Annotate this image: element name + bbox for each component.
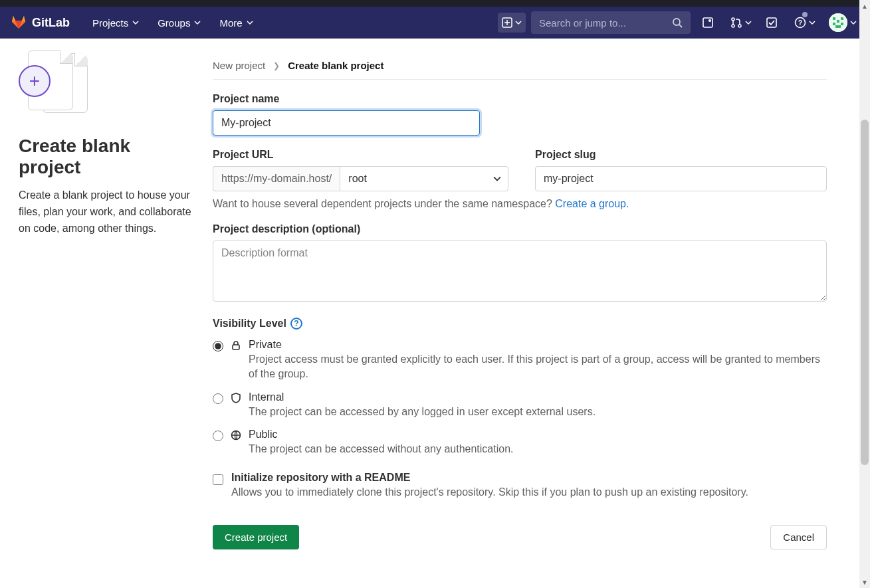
- visibility-internal-title: Internal: [249, 391, 827, 403]
- initialize-readme-desc: Allows you to immediately clone this pro…: [231, 486, 748, 498]
- help-menu[interactable]: ?: [789, 11, 818, 35]
- user-menu[interactable]: [823, 11, 859, 35]
- shield-icon: [230, 393, 242, 403]
- svg-rect-15: [841, 23, 843, 25]
- vertical-scrollbar[interactable]: ▲ ▼: [859, 0, 870, 576]
- globe-icon: [230, 430, 242, 441]
- svg-point-5: [732, 25, 734, 27]
- project-illustration: +: [19, 50, 88, 117]
- brand[interactable]: GitLab: [11, 13, 70, 32]
- svg-rect-14: [833, 23, 835, 25]
- project-name-input[interactable]: [213, 110, 480, 136]
- breadcrumb-current: Create blank project: [288, 60, 383, 71]
- svg-rect-12: [841, 17, 843, 20]
- chevron-down-icon: [247, 19, 253, 26]
- search-input[interactable]: [539, 17, 672, 29]
- svg-rect-7: [767, 18, 776, 27]
- nav-more-label: More: [219, 17, 242, 29]
- identicon-icon: [829, 13, 847, 32]
- chevron-down-icon: [493, 175, 501, 183]
- svg-rect-11: [833, 17, 835, 20]
- visibility-private-desc: Project access must be granted explicitl…: [249, 352, 827, 382]
- visibility-public-title: Public: [249, 429, 827, 441]
- svg-rect-2: [703, 18, 712, 27]
- svg-point-3: [708, 19, 711, 22]
- chevron-down-icon: [745, 19, 752, 26]
- project-url-prefix: https://my-domain.host/: [213, 166, 340, 191]
- scroll-up-arrow-icon[interactable]: ▲: [859, 0, 870, 12]
- chevron-down-icon: [194, 19, 201, 26]
- svg-point-1: [673, 19, 680, 25]
- todos-shortcut[interactable]: [760, 11, 784, 35]
- search-icon: [672, 17, 683, 28]
- project-url-label: Project URL: [213, 149, 508, 161]
- description-input[interactable]: [213, 241, 827, 302]
- namespace-select[interactable]: root: [340, 166, 508, 191]
- chevron-right-icon: ❯: [273, 61, 280, 70]
- project-name-label: Project name: [213, 93, 827, 105]
- visibility-public-desc: The project can be accessed without any …: [249, 442, 827, 456]
- visibility-option-internal[interactable]: Internal The project can be accessed by …: [213, 391, 827, 419]
- nav-projects-label: Projects: [92, 17, 128, 29]
- question-circle-icon: ?: [794, 17, 806, 29]
- nav-groups[interactable]: Groups: [151, 13, 207, 33]
- visibility-radio-private[interactable]: [213, 341, 223, 351]
- breadcrumb: New project ❯ Create blank project: [213, 50, 827, 80]
- merge-request-icon: [730, 17, 742, 29]
- visibility-label: Visibility Level: [213, 318, 286, 330]
- nav-groups-label: Groups: [158, 17, 190, 29]
- issues-icon: [702, 17, 714, 29]
- visibility-radio-internal[interactable]: [213, 393, 223, 404]
- visibility-help-icon[interactable]: ?: [290, 318, 302, 330]
- visibility-radio-public[interactable]: [213, 431, 223, 441]
- brand-name: GitLab: [32, 16, 70, 30]
- initialize-readme-checkbox[interactable]: [213, 474, 223, 485]
- project-slug-label: Project slug: [535, 149, 827, 161]
- namespace-selected-value: root: [348, 173, 367, 184]
- project-slug-input[interactable]: [535, 166, 827, 191]
- nav-more[interactable]: More: [213, 13, 259, 33]
- visibility-option-private[interactable]: Private Project access must be granted e…: [213, 339, 827, 382]
- svg-point-4: [732, 18, 734, 21]
- initialize-readme-option[interactable]: Initialize repository with a README Allo…: [213, 472, 827, 498]
- svg-rect-16: [835, 25, 841, 28]
- page-title: Create blank project: [19, 136, 197, 178]
- todo-icon: [766, 17, 778, 29]
- browser-top-strip: [0, 0, 870, 7]
- create-project-button[interactable]: Create project: [213, 525, 299, 549]
- page-description: Create a blank project to house your fil…: [19, 187, 197, 237]
- chevron-down-icon: [515, 19, 522, 26]
- notification-dot-icon: [802, 12, 808, 17]
- user-avatar: [829, 13, 847, 32]
- issues-shortcut[interactable]: [696, 11, 720, 35]
- svg-point-6: [738, 25, 741, 27]
- namespace-hint: Want to house several dependent projects…: [213, 198, 827, 210]
- chevron-down-icon: [809, 19, 816, 26]
- merge-requests-shortcut[interactable]: [725, 11, 754, 35]
- lock-icon: [230, 340, 242, 351]
- svg-rect-13: [837, 20, 839, 23]
- visibility-private-title: Private: [249, 339, 827, 351]
- plus-circle-icon: +: [19, 65, 51, 97]
- cancel-button[interactable]: Cancel: [770, 525, 827, 549]
- top-navbar: GitLab Projects Groups More ?: [0, 7, 870, 39]
- gitlab-logo-icon: [11, 13, 27, 32]
- plus-square-icon: [502, 17, 512, 28]
- chevron-down-icon: [132, 19, 139, 26]
- description-label: Project description (optional): [213, 223, 827, 235]
- breadcrumb-parent[interactable]: New project: [213, 60, 265, 71]
- visibility-option-public[interactable]: Public The project can be accessed witho…: [213, 429, 827, 456]
- namespace-hint-text: Want to house several dependent projects…: [213, 198, 555, 209]
- create-group-link[interactable]: Create a group.: [555, 198, 629, 209]
- initialize-readme-title: Initialize repository with a README: [231, 472, 748, 484]
- chevron-down-icon: [850, 19, 857, 26]
- scrollbar-thumb[interactable]: [861, 120, 869, 465]
- visibility-internal-desc: The project can be accessed by any logge…: [249, 405, 827, 419]
- nav-projects[interactable]: Projects: [86, 13, 146, 33]
- global-search[interactable]: [531, 11, 691, 34]
- svg-text:?: ?: [798, 19, 802, 27]
- create-new-dropdown[interactable]: [498, 13, 526, 33]
- svg-rect-17: [233, 345, 239, 349]
